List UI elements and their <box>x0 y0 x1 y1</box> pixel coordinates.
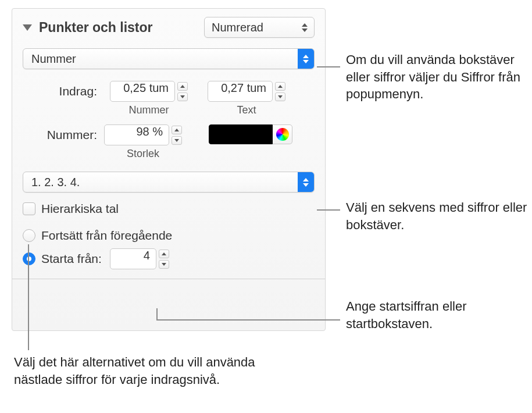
number-size-row: Nummer: 98 % Storlek <box>23 124 315 160</box>
indent-number-stepper[interactable]: 0,25 tum <box>110 81 188 102</box>
disclosure-triangle-icon[interactable] <box>23 24 32 31</box>
indent-text-col: 0,27 tum Text <box>208 81 285 116</box>
list-style-value: Numrerad <box>212 21 263 34</box>
callout-2: Välj en sekvens med siffror eller bokstä… <box>346 199 532 233</box>
start-from-input[interactable]: 4 <box>110 248 156 269</box>
number-type-popup[interactable]: Nummer <box>23 48 315 69</box>
indent-text-sublabel: Text <box>237 104 256 116</box>
start-from-label: Starta från: <box>41 252 102 266</box>
start-from-stepper[interactable]: 4 <box>110 248 169 269</box>
sequence-popup[interactable]: 1. 2. 3. 4. <box>23 172 315 193</box>
hierarchical-checkbox[interactable] <box>23 202 35 215</box>
continue-option[interactable]: Fortsätt från föregående <box>23 229 315 243</box>
indent-text-input[interactable]: 0,27 tum <box>208 81 273 102</box>
color-wheel-icon <box>276 128 289 141</box>
callout-lead <box>156 308 158 320</box>
callout-4: Välj det här alternativet om du vill anv… <box>14 354 270 388</box>
color-picker[interactable] <box>209 124 292 144</box>
indent-label: Indrag: <box>23 81 97 98</box>
indent-text-stepper[interactable]: 0,27 tum <box>208 81 285 102</box>
start-from-radio[interactable] <box>23 252 35 265</box>
number-type-value: Nummer <box>30 52 76 66</box>
number-size-stepper[interactable]: 98 % <box>104 124 182 145</box>
sequence-value: 1. 2. 3. 4. <box>30 176 80 189</box>
indent-number-input[interactable]: 0,25 tum <box>110 81 175 102</box>
hierarchical-option[interactable]: Hierarkiska tal <box>23 202 315 216</box>
stepper-icon[interactable] <box>275 82 285 101</box>
indent-number-col: 0,25 tum Nummer <box>110 81 188 116</box>
chevron-updown-icon <box>298 23 312 32</box>
stepper-icon[interactable] <box>172 126 182 145</box>
stepper-icon[interactable] <box>177 82 188 101</box>
callout-lead <box>317 209 340 211</box>
color-wheel-button[interactable] <box>273 124 292 144</box>
inspector-panel: Punkter och listor Numrerad Nummer Indra… <box>12 8 326 331</box>
hierarchical-label: Hierarkiska tal <box>41 202 119 216</box>
callout-1: Om du vill använda bokstäver eller siffr… <box>346 51 532 103</box>
indent-number-sublabel: Nummer <box>128 104 169 116</box>
stepper-icon[interactable] <box>159 250 169 269</box>
number-size-col: 98 % Storlek <box>104 124 182 160</box>
number-size-input[interactable]: 98 % <box>104 124 169 145</box>
chevron-updown-icon <box>298 49 314 69</box>
callout-lead <box>317 66 340 67</box>
list-style-popup[interactable]: Numrerad <box>204 17 315 38</box>
callout-lead <box>156 319 340 321</box>
section-title: Punkter och listor <box>39 20 153 35</box>
callout-lead <box>28 244 29 350</box>
callout-3: Ange startsiffran eller startbokstaven. <box>346 298 532 332</box>
divider <box>12 279 325 279</box>
chevron-updown-icon <box>298 172 314 192</box>
color-swatch[interactable] <box>209 124 273 144</box>
indent-row: Indrag: 0,25 tum Nummer 0,27 tum <box>23 81 315 116</box>
number-size-sublabel: Storlek <box>127 148 159 160</box>
section-header: Punkter och listor Numrerad <box>23 17 315 38</box>
continue-label: Fortsätt från föregående <box>41 229 172 243</box>
number-size-label: Nummer: <box>23 124 97 142</box>
continue-radio[interactable] <box>23 229 35 242</box>
start-from-option[interactable]: Starta från: 4 <box>23 248 315 269</box>
